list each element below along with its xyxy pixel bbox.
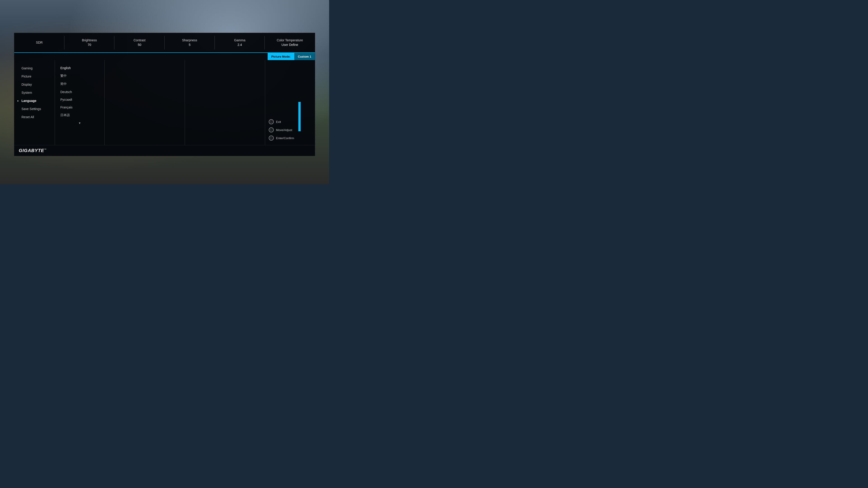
- brand-logo: GIGABYTE™: [19, 148, 46, 153]
- lang-deutsch[interactable]: Deutsch: [55, 88, 104, 96]
- top-bar: SDR Brightness 70 Contrast 50 Sharpness …: [14, 33, 315, 53]
- picture-mode-value: Custom 1: [294, 53, 315, 60]
- topbar-gamma-value: 2.4: [238, 43, 242, 47]
- control-exit[interactable]: Exit: [269, 119, 311, 124]
- exit-icon: [269, 119, 274, 124]
- topbar-sdr-label: SDR: [36, 40, 43, 45]
- sidebar-item-system[interactable]: System: [14, 89, 55, 97]
- sidebar-item-picture[interactable]: Picture: [14, 72, 55, 80]
- topbar-brightness-label: Brightness: [82, 38, 97, 43]
- topbar-colortemp[interactable]: Color Temperature User Define: [265, 33, 315, 53]
- osd-panel: SDR Brightness 70 Contrast 50 Sharpness …: [14, 33, 315, 156]
- topbar-colortemp-value: User Define: [281, 43, 298, 47]
- bottom-bar: GIGABYTE™: [14, 145, 315, 156]
- topbar-sharpness-value: 5: [189, 43, 191, 47]
- control-enter-confirm[interactable]: Enter/Confirm: [269, 135, 311, 140]
- language-panel: English 繁中 简中 Deutsch Русский Français 日…: [55, 60, 105, 145]
- control-move-adjust[interactable]: Move/Adjust: [269, 127, 311, 132]
- sidebar-item-reset-all[interactable]: Reset All: [14, 113, 55, 121]
- topbar-sharpness-label: Sharpness: [182, 38, 197, 43]
- sidebar-item-gaming[interactable]: Gaming: [14, 64, 55, 72]
- sidebar-item-display[interactable]: Display: [14, 80, 55, 89]
- topbar-contrast[interactable]: Contrast 50: [114, 33, 164, 53]
- lang-more-arrow[interactable]: ▼: [55, 119, 104, 127]
- topbar-brightness[interactable]: Brightness 70: [64, 33, 115, 53]
- controls-panel: Exit Move/Adjust Enter/Confirm: [265, 60, 315, 145]
- enter-confirm-label: Enter/Confirm: [276, 136, 294, 140]
- lang-russian[interactable]: Русский: [55, 96, 104, 103]
- move-adjust-label: Move/Adjust: [276, 128, 292, 132]
- picture-mode-label: Picture Mode:: [268, 53, 294, 60]
- topbar-gamma[interactable]: Gamma 2.4: [215, 33, 265, 53]
- sidebar-item-language[interactable]: Language: [14, 97, 55, 105]
- lang-simplified-chinese[interactable]: 简中: [55, 80, 104, 88]
- main-content: Gaming Picture Display System Language S…: [14, 60, 315, 145]
- exit-label: Exit: [276, 120, 281, 124]
- middle-panel: [105, 60, 185, 145]
- move-adjust-icon: [269, 127, 274, 132]
- topbar-contrast-value: 50: [138, 43, 141, 47]
- lang-japanese[interactable]: 日本語: [55, 111, 104, 119]
- topbar-sdr[interactable]: SDR: [14, 33, 64, 53]
- topbar-gamma-label: Gamma: [234, 38, 246, 43]
- lang-english[interactable]: English: [55, 64, 104, 72]
- sidebar: Gaming Picture Display System Language S…: [14, 60, 55, 145]
- picture-mode-bar: Picture Mode: Custom 1: [14, 53, 315, 60]
- lang-french[interactable]: Français: [55, 103, 104, 111]
- enter-confirm-icon: [269, 135, 274, 140]
- right-empty-panel: [185, 60, 265, 145]
- topbar-sharpness[interactable]: Sharpness 5: [164, 33, 215, 53]
- topbar-colortemp-label: Color Temperature: [277, 38, 303, 43]
- scrollbar-thumb[interactable]: [298, 102, 301, 131]
- topbar-contrast-label: Contrast: [133, 38, 146, 43]
- lang-traditional-chinese[interactable]: 繁中: [55, 72, 104, 80]
- sidebar-item-save-settings[interactable]: Save Settings: [14, 105, 55, 113]
- topbar-brightness-value: 70: [88, 43, 91, 47]
